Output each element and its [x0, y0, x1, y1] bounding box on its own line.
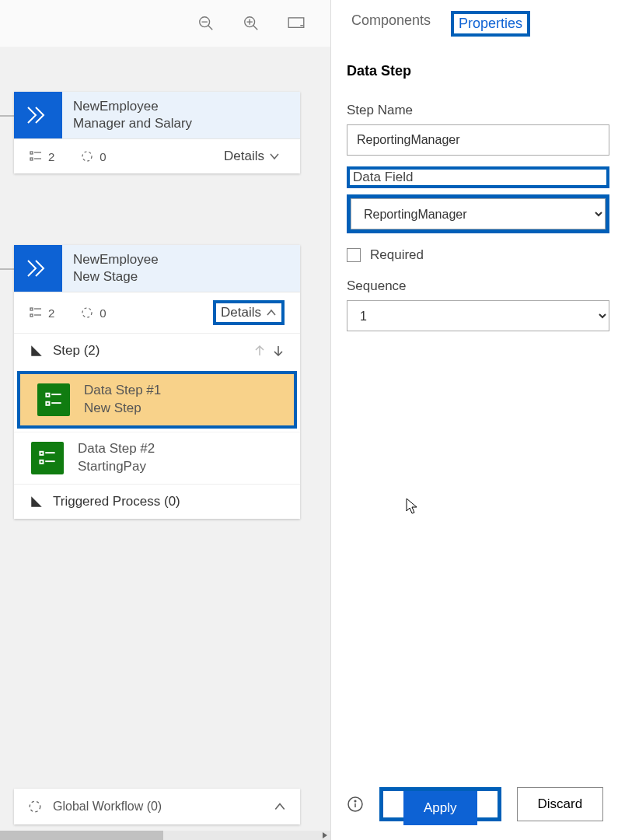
wait-count-badge: 0	[81, 150, 106, 163]
svg-rect-7	[288, 18, 304, 27]
action-buttons: Apply Discard	[347, 787, 609, 821]
step-count-badge: 2	[30, 150, 54, 163]
canvas-body: NewEmployee Manager and Salary 2	[0, 47, 330, 840]
data-step-title: Data Step #1	[84, 382, 161, 400]
step-count: 2	[48, 150, 54, 163]
steps-section-header[interactable]: Step (2)	[14, 333, 300, 368]
scrollbar-thumb[interactable]	[0, 831, 163, 840]
sequence-select[interactable]: 1	[347, 300, 609, 331]
step-count-badge: 2	[30, 306, 54, 320]
step-name-label: Step Name	[347, 103, 609, 118]
svg-rect-28	[40, 460, 43, 464]
required-checkbox[interactable]	[347, 248, 361, 262]
wait-count: 0	[100, 306, 106, 320]
details-label: Details	[221, 305, 261, 320]
fit-to-screen-icon[interactable]	[285, 12, 307, 34]
data-step-icon	[31, 442, 64, 474]
connector-line	[0, 115, 14, 117]
global-workflow-label: Global Workflow (0)	[53, 800, 162, 814]
wait-count: 0	[100, 150, 106, 163]
cursor-icon	[406, 498, 420, 515]
section-title: Data Step	[347, 63, 609, 79]
chevron-up-icon	[266, 307, 277, 318]
data-step-sub: New Step	[84, 400, 161, 418]
details-label: Details	[224, 149, 264, 164]
stage-header[interactable]: NewEmployee Manager and Salary	[14, 92, 300, 139]
spinner-icon	[28, 800, 42, 814]
tab-properties[interactable]: Properties	[451, 11, 530, 37]
spinner-icon	[81, 150, 93, 163]
stage-name: New Stage	[73, 268, 159, 285]
steps-header-label: Step (2)	[53, 343, 100, 359]
discard-button[interactable]: Discard	[517, 787, 604, 821]
svg-rect-26	[40, 452, 43, 455]
data-step-row-selected[interactable]: Data Step #1 New Step	[17, 371, 297, 429]
connector-line	[0, 268, 14, 270]
data-step-icon	[37, 383, 70, 416]
apply-button[interactable]: Apply	[403, 791, 477, 825]
svg-rect-24	[46, 402, 49, 405]
wait-count-badge: 0	[81, 306, 106, 320]
step-count: 2	[48, 306, 54, 320]
svg-rect-14	[30, 308, 33, 310]
zoom-in-icon[interactable]	[240, 12, 262, 34]
svg-point-18	[82, 308, 92, 317]
chevron-up-icon[interactable]	[274, 800, 286, 813]
stage-entity: NewEmployee	[73, 251, 159, 268]
move-down-icon[interactable]	[272, 345, 285, 357]
collapse-triangle-icon	[30, 344, 44, 358]
pane-tabs: Components Properties	[347, 0, 609, 44]
scroll-right-icon[interactable]	[321, 831, 329, 839]
stage-meta: 2 0 Details	[14, 139, 300, 173]
svg-rect-16	[30, 314, 33, 317]
properties-pane: Components Properties Data Step Step Nam…	[330, 0, 625, 840]
data-step-row[interactable]: Data Step #2 StartingPay	[14, 432, 300, 484]
svg-rect-11	[30, 158, 33, 160]
list-icon	[30, 306, 42, 319]
info-icon[interactable]	[347, 796, 364, 813]
data-field-select[interactable]: ReportingManager	[351, 198, 606, 229]
stage-entity: NewEmployee	[73, 98, 192, 115]
svg-line-1	[208, 26, 213, 30]
horizontal-scrollbar[interactable]	[0, 831, 330, 840]
stage-chevron-icon	[14, 245, 62, 292]
designer-canvas: NewEmployee Manager and Salary 2	[0, 0, 330, 840]
stage-card[interactable]: NewEmployee Manager and Salary 2	[14, 92, 300, 173]
chevron-down-icon	[269, 151, 280, 162]
data-step-text: Data Step #1 New Step	[84, 382, 161, 418]
data-field-label: Data Field	[347, 166, 609, 188]
tab-components[interactable]: Components	[347, 11, 435, 37]
zoom-out-icon[interactable]	[195, 12, 217, 34]
triggered-label: Triggered Process (0)	[53, 494, 180, 509]
svg-line-4	[253, 26, 258, 30]
stage-header[interactable]: NewEmployee New Stage	[14, 245, 300, 292]
global-workflow-bar[interactable]: Global Workflow (0)	[14, 789, 300, 824]
svg-marker-19	[31, 345, 42, 356]
stage-meta: 2 0 Details	[14, 292, 300, 333]
apply-button-highlight: Apply	[379, 787, 501, 821]
list-icon	[30, 150, 42, 163]
svg-point-13	[82, 152, 92, 161]
data-step-sub: StartingPay	[78, 458, 155, 476]
spinner-icon	[81, 306, 93, 319]
required-row[interactable]: Required	[347, 247, 609, 263]
step-name-input[interactable]	[347, 124, 609, 156]
svg-point-35	[354, 800, 356, 802]
collapse-triangle-icon	[30, 495, 44, 509]
svg-rect-22	[46, 394, 49, 397]
details-toggle[interactable]: Details	[219, 147, 285, 166]
svg-marker-32	[323, 832, 327, 838]
data-field-select-wrap: ReportingManager	[347, 194, 609, 233]
stage-title: NewEmployee New Stage	[62, 245, 169, 292]
sequence-label: Sequence	[347, 278, 609, 294]
details-toggle-highlighted[interactable]: Details	[213, 300, 285, 325]
stage-title: NewEmployee Manager and Salary	[62, 92, 203, 138]
move-up-icon[interactable]	[253, 345, 266, 357]
stage-card-expanded[interactable]: NewEmployee New Stage 2	[14, 245, 300, 519]
data-step-title: Data Step #2	[78, 440, 155, 458]
triggered-process-header[interactable]: Triggered Process (0)	[14, 484, 300, 519]
required-label: Required	[370, 247, 424, 263]
svg-rect-9	[30, 152, 33, 154]
data-step-text: Data Step #2 StartingPay	[78, 440, 155, 476]
svg-point-31	[30, 801, 40, 812]
